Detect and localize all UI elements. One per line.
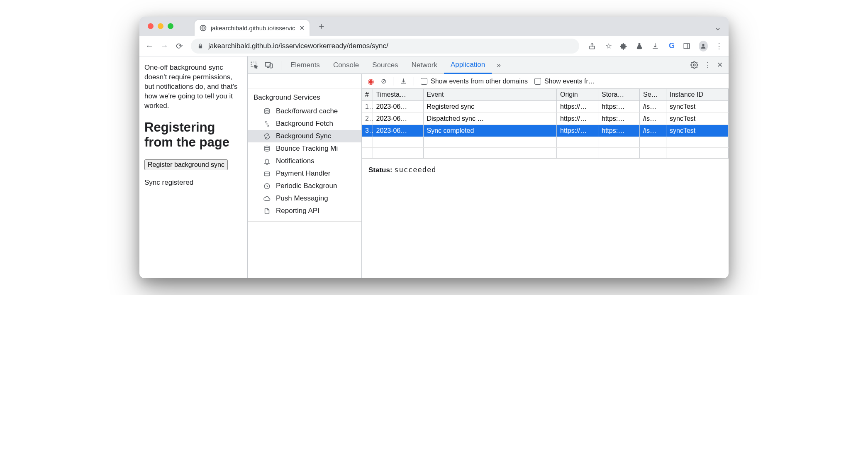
bell-icon <box>263 158 272 165</box>
tabs-menu-icon[interactable] <box>714 26 721 36</box>
cell: 2023-06… <box>373 101 423 113</box>
save-icon[interactable] <box>400 78 407 85</box>
url-field[interactable]: jakearchibald.github.io/isserviceworkerr… <box>191 39 579 54</box>
svg-point-8 <box>265 108 269 110</box>
devtools-body: placeholder Background Services Back/for… <box>248 74 729 278</box>
cell: 3. <box>362 125 373 137</box>
cell: https://… <box>557 125 598 137</box>
database-icon <box>263 108 272 115</box>
inspect-icon[interactable] <box>250 61 264 69</box>
tab-elements[interactable]: Elements <box>284 56 327 73</box>
cell: /is… <box>640 125 666 137</box>
sidebar-item-label: Back/forward cache <box>276 107 338 115</box>
document-icon <box>263 208 272 215</box>
detail-pane: Status: succeeded <box>362 159 729 278</box>
sidebar-item-bounce[interactable]: Bounce Tracking Mi <box>248 142 361 155</box>
back-button[interactable]: ← <box>144 41 154 51</box>
svg-rect-10 <box>264 172 270 176</box>
tab-application[interactable]: Application <box>444 57 492 74</box>
tab-console[interactable]: Console <box>327 56 366 73</box>
minimize-window-dot[interactable] <box>158 23 163 29</box>
cell: Sync completed <box>423 125 557 137</box>
tab-strip: jakearchibald.github.io/isservic ✕ ＋ <box>139 17 729 36</box>
sidebar-item-bfcache[interactable]: Back/forward cache <box>248 105 361 117</box>
forward-button[interactable]: → <box>159 41 169 51</box>
google-icon[interactable]: G <box>667 42 676 50</box>
col-instance[interactable]: Instance ID <box>666 89 729 101</box>
sidebar-item-label: Periodic Backgroun <box>276 182 337 190</box>
devtools-kebab-icon[interactable]: ⋮ <box>704 61 711 69</box>
close-tab-icon[interactable]: ✕ <box>299 24 305 32</box>
devtools-tabbar: Elements Console Sources Network Applica… <box>248 56 729 74</box>
downloads-icon[interactable] <box>651 42 661 50</box>
cell: https://… <box>557 113 598 125</box>
table-row[interactable]: 2.2023-06…Dispatched sync …https://…http… <box>362 113 729 125</box>
checkbox-label: Show events fr… <box>544 78 595 85</box>
cell: Registered sync <box>423 101 557 113</box>
bookmark-star-icon[interactable]: ☆ <box>604 42 613 51</box>
sidebar-item-notifications[interactable]: Notifications <box>248 155 361 167</box>
more-tabs-icon[interactable]: » <box>492 61 506 69</box>
fullscreen-window-dot[interactable] <box>168 23 173 29</box>
clear-icon[interactable]: ⊘ <box>381 77 386 85</box>
col-origin[interactable]: Origin <box>557 89 598 101</box>
sidebar-section-header: Background Services <box>248 88 361 105</box>
cell: syncTest <box>666 113 729 125</box>
cloud-icon <box>263 195 272 202</box>
sync-status-text: Sync registered <box>144 179 242 187</box>
sidebar-item-reporting[interactable]: Reporting API <box>248 205 361 217</box>
col-timestamp[interactable]: Timesta… <box>373 89 423 101</box>
tab-title: jakearchibald.github.io/isservic <box>211 24 295 32</box>
cell: 1. <box>362 101 373 113</box>
sidebar-item-push[interactable]: Push Messaging <box>248 192 361 205</box>
side-panel-icon[interactable] <box>683 42 692 50</box>
show-other-domains-checkbox[interactable]: Show events from other domains <box>421 78 528 85</box>
bgsync-pane: ◉ ⊘ Show events from other domains Show … <box>362 74 729 278</box>
show-events-checkbox[interactable]: Show events fr… <box>534 78 595 85</box>
extensions-icon[interactable] <box>620 42 629 50</box>
page-heading: Registering from the page <box>144 120 242 150</box>
labs-icon[interactable] <box>636 42 645 50</box>
sidebar-item-periodic[interactable]: Periodic Backgroun <box>248 180 361 192</box>
col-storage[interactable]: Stora… <box>598 89 640 101</box>
sidebar-item-bg-fetch[interactable]: Background Fetch <box>248 117 361 130</box>
table-header-row: # Timesta… Event Origin Stora… Se… Insta… <box>362 89 729 101</box>
profile-avatar[interactable] <box>699 41 708 51</box>
sidebar-item-bg-sync[interactable]: Background Sync <box>248 130 361 142</box>
toolbar-icons: ☆ G ⋮ <box>588 41 724 51</box>
tab-network[interactable]: Network <box>405 56 444 73</box>
url-text: jakearchibald.github.io/isserviceworkerr… <box>208 42 388 50</box>
reload-button[interactable]: ⟳ <box>174 41 184 51</box>
svg-point-3 <box>702 44 704 46</box>
sidebar-item-label: Background Sync <box>276 132 331 140</box>
kebab-menu-icon[interactable]: ⋮ <box>714 42 724 51</box>
col-event[interactable]: Event <box>423 89 557 101</box>
checkbox-label: Show events from other domains <box>431 78 528 85</box>
table-row[interactable]: 1.2023-06…Registered synchttps://…https:… <box>362 101 729 113</box>
cell: Dispatched sync … <box>423 113 557 125</box>
cell: 2023-06… <box>373 125 423 137</box>
col-index[interactable]: # <box>362 89 373 101</box>
close-window-dot[interactable] <box>148 23 154 29</box>
svg-point-7 <box>693 64 695 66</box>
svg-rect-2 <box>684 44 690 49</box>
share-icon[interactable] <box>588 42 597 50</box>
intro-text: One-off background sync doesn't require … <box>144 63 242 111</box>
events-table: # Timesta… Event Origin Stora… Se… Insta… <box>362 89 729 159</box>
device-toggle-icon[interactable] <box>264 61 278 69</box>
sidebar-item-payment[interactable]: Payment Handler <box>248 167 361 180</box>
devtools-close-icon[interactable]: ✕ <box>717 61 723 69</box>
settings-gear-icon[interactable] <box>690 61 698 69</box>
cell: https:… <box>598 125 640 137</box>
cell: syncTest <box>666 125 729 137</box>
col-scope[interactable]: Se… <box>640 89 666 101</box>
new-tab-button[interactable]: ＋ <box>317 20 326 36</box>
tab-sources[interactable]: Sources <box>366 56 405 73</box>
bgsync-toolbar: ◉ ⊘ Show events from other domains Show … <box>362 74 729 89</box>
browser-tab[interactable]: jakearchibald.github.io/isservic ✕ <box>195 20 310 36</box>
register-sync-button[interactable]: Register background sync <box>144 159 228 170</box>
table-row[interactable]: 3.2023-06…Sync completedhttps://…https:…… <box>362 125 729 137</box>
window-controls <box>148 23 173 29</box>
status-value: succeeded <box>394 166 436 174</box>
record-icon[interactable]: ◉ <box>368 77 374 86</box>
